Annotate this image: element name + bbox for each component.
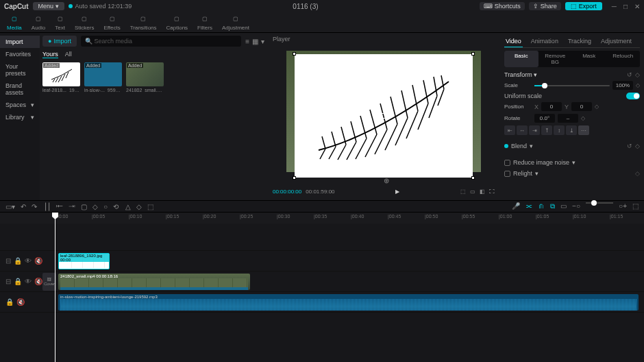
- track2-mute-icon[interactable]: 🔇: [34, 278, 42, 285]
- position-y-input[interactable]: 0: [571, 102, 592, 111]
- resize-handle-tr[interactable]: [471, 52, 475, 56]
- video-clip[interactable]: 241802_small.mp4 00:00:18:16: [58, 274, 250, 290]
- delete-tool[interactable]: ▢: [81, 203, 87, 210]
- reverse-tool[interactable]: ⟲: [113, 203, 119, 210]
- mic-icon[interactable]: 🎤: [512, 202, 520, 210]
- sort-icon[interactable]: ≡: [245, 38, 249, 45]
- ribbon-audio[interactable]: ▢Audio: [32, 14, 45, 31]
- import-button[interactable]: ● Import: [42, 36, 77, 47]
- media-thumb[interactable]: Addedin-slow-..._9592.mp3: [84, 62, 122, 93]
- trim-left-tool[interactable]: ⭰: [56, 203, 63, 210]
- zoom-slider[interactable]: [586, 202, 613, 204]
- blend-heading[interactable]: Blend ▾: [504, 141, 533, 152]
- ribbon-transitions[interactable]: ▢Transitions: [130, 14, 157, 31]
- inspector-tab-adjustment[interactable]: Adjustment: [599, 36, 633, 47]
- menu-button[interactable]: Menu ▾: [33, 2, 64, 10]
- shortcuts-button[interactable]: ⌨ Shortcuts: [480, 2, 525, 10]
- rotate-input[interactable]: 0.0°: [534, 114, 555, 123]
- export-button[interactable]: ⬚ Export: [565, 2, 602, 10]
- ribbon-media[interactable]: ▢Media: [7, 14, 22, 31]
- relight-row[interactable]: Relight ▾ ◇: [504, 168, 640, 179]
- resize-handle-br[interactable]: [471, 176, 475, 180]
- filter-icon[interactable]: ▾: [261, 38, 264, 45]
- select-tool[interactable]: ▭▾: [5, 203, 15, 210]
- ribbon-stickers[interactable]: ▢Stickers: [75, 14, 94, 31]
- align-left-button[interactable]: ⇤: [504, 125, 515, 135]
- align-more-button[interactable]: ⋯: [578, 125, 589, 135]
- media-thumb[interactable]: Addedleaf-2818..._1920.jpg: [42, 62, 80, 93]
- reduce-noise-row[interactable]: Reduce image noise ▾: [504, 157, 640, 168]
- ribbon-captions[interactable]: ▢Captions: [166, 14, 188, 31]
- scale-value[interactable]: 100%: [612, 81, 633, 90]
- inspector-subtab-basic[interactable]: Basic: [504, 51, 538, 67]
- sidebar-item-your-presets[interactable]: Your presets: [0, 60, 40, 80]
- resize-handle-bl[interactable]: [293, 176, 296, 180]
- track3-mute-icon[interactable]: 🔇: [16, 298, 25, 306]
- sidebar-item-brand-assets[interactable]: Brand assets: [0, 80, 40, 99]
- align-top-button[interactable]: ⤒: [541, 125, 552, 135]
- position-x-input[interactable]: 0: [541, 102, 562, 111]
- filter-yours[interactable]: Yours: [42, 51, 58, 58]
- reset-blend-icon[interactable]: ↺: [627, 143, 632, 149]
- mirror-tool[interactable]: △: [125, 203, 131, 210]
- sidebar-item-library[interactable]: Library▾: [0, 111, 40, 123]
- align-vcenter-button[interactable]: ↕: [554, 125, 565, 135]
- quality-icon[interactable]: ⬚: [460, 189, 466, 195]
- keyframe-transform-icon[interactable]: ◇: [635, 71, 640, 78]
- rotate-keyframe-icon[interactable]: ◇: [581, 115, 585, 121]
- canvas-selection[interactable]: [295, 54, 473, 178]
- rotate-handle-icon[interactable]: ⊕: [384, 177, 389, 184]
- audio-clip[interactable]: in-slow-motion-inspiring-ambient-lounge-…: [58, 294, 639, 311]
- sidebar-item-favorites[interactable]: Favorites: [0, 48, 40, 60]
- inspector-subtab-retouch[interactable]: Retouch: [606, 51, 641, 67]
- preview-icon[interactable]: ▭: [560, 202, 567, 210]
- scale-keyframe-icon[interactable]: ◇: [636, 82, 640, 88]
- share-button[interactable]: ⇪ Share: [529, 2, 561, 10]
- track2-lock-icon[interactable]: 🔒: [14, 278, 22, 285]
- resize-handle-tl[interactable]: [293, 52, 296, 56]
- track-collapse-icon[interactable]: ⊟: [5, 257, 11, 265]
- image-clip[interactable]: leaf-2818896_1920.jpg 00:00: [58, 253, 110, 269]
- playhead[interactable]: [55, 213, 55, 362]
- reset-transform-icon[interactable]: ↺: [627, 71, 632, 78]
- inspector-subtab-mask[interactable]: Mask: [572, 51, 606, 67]
- close-button[interactable]: ✕: [634, 3, 640, 10]
- fit-icon[interactable]: ⬚: [632, 202, 639, 210]
- rotate-tool[interactable]: ◇: [136, 203, 142, 210]
- ribbon-filters[interactable]: ▢Filters: [197, 14, 212, 31]
- ribbon-text[interactable]: ▢Text: [55, 14, 65, 31]
- link-icon[interactable]: ⧉: [550, 202, 555, 210]
- search-input[interactable]: 🔍 Search media: [81, 36, 241, 47]
- ratio-icon[interactable]: ▭: [470, 189, 475, 195]
- align-hcenter-button[interactable]: ↔: [517, 125, 528, 135]
- track-lock-icon[interactable]: 🔒: [14, 257, 22, 265]
- track2-visible-icon[interactable]: 👁: [25, 278, 32, 285]
- crop-tool[interactable]: ⬚: [147, 203, 153, 210]
- scale-slider[interactable]: [534, 85, 610, 86]
- maximize-button[interactable]: □: [623, 3, 628, 10]
- inspector-tab-tracking[interactable]: Tracking: [567, 36, 593, 47]
- sidebar-item-spaces[interactable]: Spaces▾: [0, 99, 40, 111]
- track3-lock-icon[interactable]: 🔒: [5, 298, 14, 306]
- track-visible-icon[interactable]: 👁: [25, 257, 32, 265]
- minimize-button[interactable]: ─: [612, 3, 617, 10]
- zoom-out-icon[interactable]: −○: [572, 202, 580, 210]
- align-right-button[interactable]: ⇥: [529, 125, 540, 135]
- ribbon-effects[interactable]: ▢Effects: [103, 14, 120, 31]
- undo-button[interactable]: ↶: [21, 203, 26, 210]
- position-keyframe-icon[interactable]: ◇: [595, 104, 599, 110]
- rotate-stepper[interactable]: –: [558, 114, 578, 123]
- inspector-subtab-remove-bg[interactable]: Remove BG: [538, 51, 573, 67]
- fullscreen-icon[interactable]: ⛶: [489, 189, 495, 195]
- compare-icon[interactable]: ◧: [480, 189, 485, 195]
- marker-tool[interactable]: ◇: [92, 203, 98, 210]
- filter-all[interactable]: All: [65, 51, 72, 58]
- redo-button[interactable]: ↷: [32, 203, 37, 210]
- zoom-in-icon[interactable]: ○+: [619, 202, 627, 210]
- inspector-tab-animation[interactable]: Animation: [530, 36, 560, 47]
- cover-button[interactable]: 🖼Cover: [42, 273, 56, 291]
- transform-heading[interactable]: Transform ▾: [504, 71, 537, 78]
- grid-view-icon[interactable]: ▦: [252, 38, 258, 45]
- uniform-scale-toggle[interactable]: [626, 93, 640, 99]
- keyframe-blend-icon[interactable]: ◇: [635, 143, 640, 149]
